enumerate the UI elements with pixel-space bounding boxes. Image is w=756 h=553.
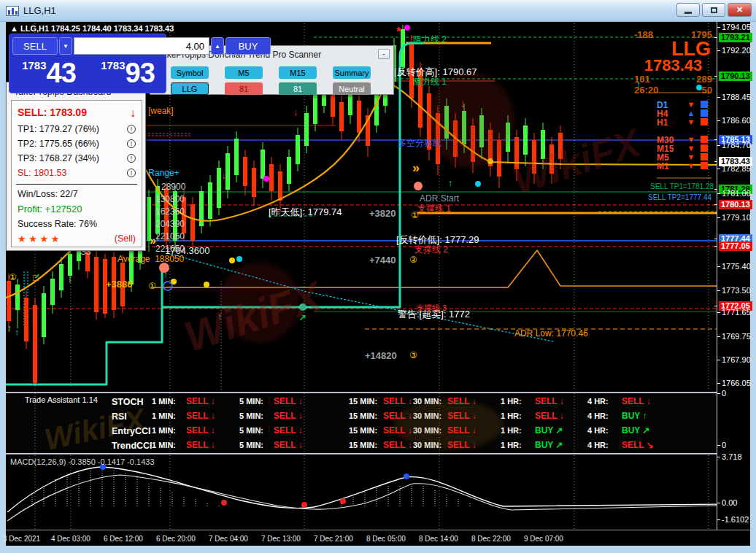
candle-body: [523, 125, 528, 155]
price-tick: 1769.75: [722, 332, 751, 341]
time-axis-label: 7 Dec 04:00: [209, 535, 248, 543]
lots-input[interactable]: [74, 37, 209, 55]
price-tick: 1766.05: [722, 379, 751, 388]
candle-body: [374, 93, 379, 125]
signal-square-icon: [701, 162, 708, 169]
candle-body: [506, 123, 510, 152]
candle-body: [269, 164, 274, 191]
candle-body: [50, 279, 55, 305]
candle-body: [541, 130, 545, 159]
signal-square-icon: [701, 153, 708, 161]
price-tick: 1782.85: [722, 164, 751, 174]
price-tick: 1794.05: [722, 23, 751, 32]
candle-body: [42, 293, 46, 337]
title-bar: LLG,H1 ✕: [0, 0, 756, 22]
scanner-value-cell[interactable]: 81: [279, 82, 317, 95]
time-axis-label: 4 Dec 03:00: [51, 535, 90, 543]
divider: [16, 184, 137, 185]
time-axis: 3 Dec 20214 Dec 03:006 Dec 12:006 Dec 20…: [6, 530, 750, 546]
price-tick: 0: [722, 441, 726, 450]
time-axis-label: 3 Dec 2021: [3, 535, 40, 543]
signal-dot: [236, 256, 242, 262]
macd-label: MACD(12,26,9) -0.3850 -0.1417 -0.1433: [10, 457, 155, 466]
candle-body: [252, 168, 256, 197]
candle-body: [68, 254, 72, 276]
price-tick: 1793.21: [719, 33, 752, 42]
macd-signal-dot: [340, 498, 346, 504]
sell-button[interactable]: SELL: [12, 37, 58, 55]
rating-stars: ★ ★ ★ ★: [18, 233, 59, 244]
candle-body: [549, 144, 554, 174]
signal-square-icon: [701, 101, 708, 108]
buy-price[interactable]: 178393: [88, 58, 167, 89]
scanner-value-cell[interactable]: 81: [225, 82, 263, 95]
macd-line: [7, 467, 717, 512]
candle-body: [59, 264, 63, 290]
price-tick: 1775.40: [722, 262, 751, 271]
dashboard-sell-signal: SELL: 1783.09: [18, 107, 87, 120]
info-icon[interactable]: !: [127, 125, 136, 134]
scanner-col-button-symbol[interactable]: Symbol: [171, 66, 209, 79]
price-tick: 1786.60: [722, 116, 751, 125]
minimize-button[interactable]: [676, 3, 700, 17]
signal-dot: [299, 303, 306, 311]
candle-body: [164, 188, 169, 241]
lots-decrease-button[interactable]: ▼: [59, 37, 72, 55]
scanner-col-button-summary[interactable]: Summary: [333, 66, 371, 79]
scanner-minimize-button[interactable]: -: [378, 49, 390, 59]
price-tick: 1792.20: [722, 46, 751, 55]
signal-side: (Sell): [115, 233, 136, 244]
buy-button[interactable]: BUY: [225, 37, 271, 55]
sell-price[interactable]: 178343: [9, 58, 88, 89]
info-icon[interactable]: !: [127, 169, 136, 177]
close-button[interactable]: ✕: [728, 3, 752, 17]
scanner-col-button-m15[interactable]: M15: [279, 66, 317, 79]
time-axis-label: 8 Dec 05:00: [366, 535, 406, 543]
candle-body: [243, 157, 247, 186]
candle-body: [532, 140, 536, 174]
candle-body: [7, 281, 11, 321]
candle-body: [339, 102, 344, 131]
time-axis-label: 8 Dec 22:00: [471, 535, 511, 543]
candle-body: [155, 186, 160, 233]
price-tick: 1773.50: [722, 286, 751, 295]
trend-arrow-icon: ▼: [682, 117, 701, 128]
price-tick: 0: [722, 389, 726, 398]
scanner-col-button-m5[interactable]: M5: [225, 66, 263, 79]
window-title: LLG,H1: [23, 5, 56, 16]
one-click-trading-panel: SELL ▼ ▲ BUY 178343 178393: [9, 34, 166, 93]
pane-separator[interactable]: [6, 454, 750, 455]
scanner-value-cell[interactable]: LLG: [171, 82, 209, 95]
candle-body: [190, 204, 195, 241]
tf-signal-row-m1: M1▼: [657, 161, 715, 171]
lots-increase-button[interactable]: ▲: [211, 37, 224, 55]
candle-body: [234, 139, 239, 175]
info-icon[interactable]: !: [127, 139, 136, 148]
price-tick: 1781.00: [722, 189, 751, 198]
candle-body: [225, 153, 230, 190]
price-tick: 1767.90: [722, 355, 751, 365]
time-axis-label: 7 Dec 21:00: [314, 535, 353, 543]
candle-body: [85, 250, 90, 271]
candle-body: [94, 257, 99, 312]
price-tick: 1780.13: [719, 200, 752, 209]
candle-body: [418, 69, 423, 128]
info-icon[interactable]: !: [127, 154, 136, 163]
dashboard-tp-row: TP2: 1775.65 (66%)!: [18, 139, 136, 149]
price-tick: -1.6102: [722, 515, 749, 525]
candle-body: [444, 106, 449, 139]
pane-separator[interactable]: [6, 392, 750, 392]
indicator-line: [168, 253, 553, 341]
candle-body: [357, 101, 361, 133]
candle-body: [15, 285, 20, 310]
price-tick: 3.718: [722, 452, 742, 462]
maximize-button[interactable]: [702, 3, 725, 17]
price-tick: 1771.65: [722, 308, 751, 317]
signal-dot: [263, 176, 269, 182]
signal-dot: [414, 182, 423, 190]
candle-body: [296, 135, 300, 164]
candle-body: [261, 150, 265, 179]
price-tick: 1790.13: [719, 71, 752, 81]
scanner-value-cell[interactable]: Neutral: [333, 82, 371, 95]
candle-body: [33, 305, 37, 383]
